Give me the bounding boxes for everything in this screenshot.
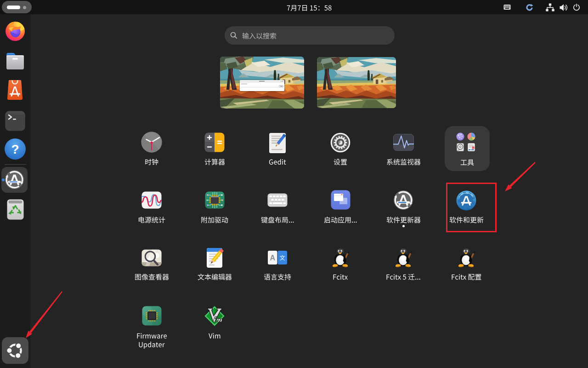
svg-text:?: ? bbox=[11, 142, 19, 156]
svg-text:A: A bbox=[270, 254, 275, 262]
